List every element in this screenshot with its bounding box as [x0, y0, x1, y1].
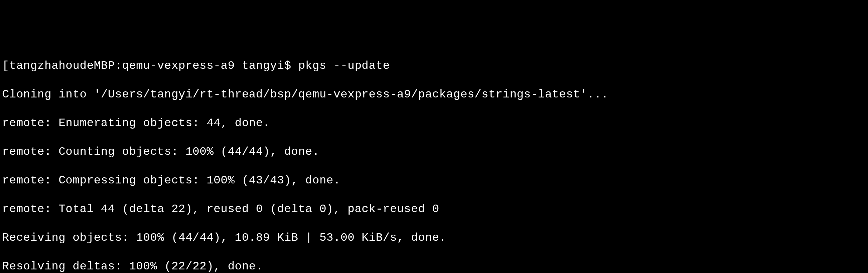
- terminal-output-line: Receiving objects: 100% (44/44), 10.89 K…: [2, 231, 866, 245]
- terminal-prompt-line[interactable]: [tangzhahoudeMBP:qemu-vexpress-a9 tangyi…: [2, 59, 866, 73]
- terminal-output-line: remote: Counting objects: 100% (44/44), …: [2, 145, 866, 159]
- terminal-output-line: remote: Compressing objects: 100% (43/43…: [2, 173, 866, 188]
- terminal-output-line: remote: Total 44 (delta 22), reused 0 (d…: [2, 202, 866, 216]
- terminal-output-line: Cloning into '/Users/tangyi/rt-thread/bs…: [2, 87, 866, 102]
- terminal-output-line: remote: Enumerating objects: 44, done.: [2, 116, 866, 130]
- terminal-output-line: Resolving deltas: 100% (22/22), done.: [2, 259, 866, 273]
